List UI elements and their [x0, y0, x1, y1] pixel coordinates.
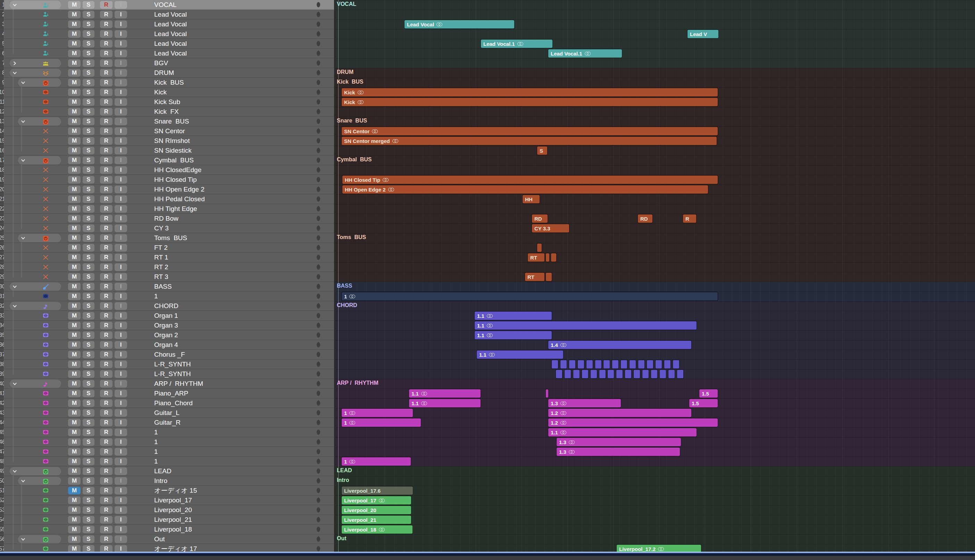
- track-power-dot[interactable]: [317, 342, 320, 347]
- mute-button[interactable]: M: [68, 225, 80, 232]
- mute-button[interactable]: M: [68, 497, 80, 504]
- record-button[interactable]: R: [100, 360, 112, 368]
- solo-button[interactable]: S: [83, 487, 94, 495]
- record-button[interactable]: R: [100, 1, 112, 9]
- audio-region[interactable]: 1.2: [548, 408, 692, 417]
- solo-button[interactable]: S: [83, 273, 94, 281]
- input-button[interactable]: I: [115, 390, 127, 397]
- track-row[interactable]: 54MSRILiverpool_21: [0, 515, 334, 525]
- track-power-dot[interactable]: [317, 138, 320, 143]
- solo-button[interactable]: S: [83, 263, 94, 271]
- mute-button[interactable]: M: [68, 448, 80, 455]
- solo-button[interactable]: S: [83, 88, 94, 96]
- mute-button[interactable]: M: [68, 370, 80, 378]
- record-button[interactable]: R: [100, 516, 112, 523]
- mute-button[interactable]: M: [68, 341, 80, 349]
- group-disclosure-pill[interactable]: [18, 156, 61, 165]
- audio-region[interactable]: 1.1: [409, 389, 481, 398]
- record-button[interactable]: R: [100, 166, 112, 174]
- mute-button[interactable]: M: [68, 98, 80, 106]
- audio-region[interactable]: 1: [341, 418, 421, 427]
- group-disclosure-pill[interactable]: [10, 1, 61, 9]
- track-row[interactable]: 43MSRIGuitar_L: [0, 408, 334, 418]
- track-row[interactable]: 4MSRILead Vocal: [0, 29, 334, 39]
- record-button[interactable]: R: [100, 380, 112, 388]
- record-button[interactable]: R: [100, 487, 112, 495]
- solo-button[interactable]: S: [83, 292, 94, 300]
- chevron-down-icon[interactable]: [21, 236, 25, 240]
- track-row[interactable]: 12MSRIKick FX: [0, 107, 334, 117]
- solo-button[interactable]: S: [83, 215, 94, 222]
- audio-region[interactable]: 1.3: [548, 399, 621, 408]
- track-power-dot[interactable]: [317, 527, 320, 532]
- track-row[interactable]: 26MSRIFT 2: [0, 243, 334, 253]
- mute-button[interactable]: M: [68, 302, 80, 310]
- record-button[interactable]: R: [100, 477, 112, 485]
- solo-button[interactable]: S: [83, 322, 94, 329]
- solo-button[interactable]: S: [83, 428, 94, 436]
- track-power-dot[interactable]: [317, 128, 320, 133]
- record-button[interactable]: R: [100, 497, 112, 504]
- input-button[interactable]: I: [115, 157, 127, 164]
- input-button[interactable]: I: [115, 205, 127, 213]
- record-button[interactable]: R: [100, 176, 112, 183]
- track-row[interactable]: 21MSRIHH Pedal Closed: [0, 194, 334, 204]
- input-button[interactable]: I: [115, 458, 127, 465]
- input-button[interactable]: I: [115, 69, 127, 77]
- track-power-dot[interactable]: [317, 352, 320, 357]
- track-row[interactable]: 11MSRIKick Sub: [0, 97, 334, 107]
- track-row[interactable]: 53MSRILiverpool_20: [0, 505, 334, 515]
- solo-button[interactable]: S: [83, 535, 94, 543]
- mute-button[interactable]: M: [68, 157, 80, 164]
- record-button[interactable]: R: [100, 263, 112, 271]
- input-button[interactable]: I: [115, 535, 127, 543]
- solo-button[interactable]: S: [83, 244, 94, 252]
- track-power-dot[interactable]: [317, 391, 320, 396]
- input-button[interactable]: I: [115, 283, 127, 290]
- audio-region[interactable]: CY 3.3: [532, 224, 569, 233]
- horizontal-scrollbar[interactable]: [0, 552, 975, 556]
- audio-region[interactable]: 1.1: [474, 331, 552, 340]
- chevron-down-icon[interactable]: [21, 537, 25, 542]
- audio-region[interactable]: R: [682, 214, 697, 223]
- record-button[interactable]: R: [100, 69, 112, 77]
- solo-button[interactable]: S: [83, 399, 94, 407]
- mute-button[interactable]: M: [68, 467, 80, 475]
- chevron-down-icon[interactable]: [12, 469, 17, 473]
- track-power-dot[interactable]: [317, 255, 320, 260]
- group-disclosure-pill[interactable]: [10, 59, 61, 67]
- input-button[interactable]: I: [115, 50, 127, 57]
- input-button[interactable]: I: [115, 30, 127, 38]
- chevron-down-icon[interactable]: [21, 479, 25, 483]
- track-row[interactable]: 51MSRIオーディオ 15: [0, 486, 334, 495]
- solo-button[interactable]: S: [83, 69, 94, 77]
- input-button[interactable]: I: [115, 59, 127, 67]
- group-disclosure-pill[interactable]: [18, 78, 61, 87]
- record-button[interactable]: R: [100, 322, 112, 329]
- input-button[interactable]: I: [115, 147, 127, 154]
- record-button[interactable]: R: [100, 458, 112, 465]
- input-button[interactable]: I: [115, 302, 127, 310]
- track-power-dot[interactable]: [317, 167, 320, 172]
- solo-button[interactable]: S: [83, 195, 94, 203]
- audio-region[interactable]: [545, 389, 549, 398]
- record-button[interactable]: R: [100, 390, 112, 397]
- track-power-dot[interactable]: [317, 323, 320, 328]
- track-power-dot[interactable]: [317, 478, 320, 483]
- track-power-dot[interactable]: [317, 546, 320, 551]
- solo-button[interactable]: S: [83, 59, 94, 67]
- solo-button[interactable]: S: [83, 40, 94, 48]
- track-row[interactable]: 41MSRIPiano_ARP: [0, 388, 334, 398]
- track-power-dot[interactable]: [317, 187, 320, 192]
- group-disclosure-pill[interactable]: [18, 117, 61, 126]
- record-button[interactable]: R: [100, 526, 112, 533]
- record-button[interactable]: R: [100, 292, 112, 300]
- audio-region[interactable]: 1.1: [477, 350, 564, 359]
- track-power-dot[interactable]: [317, 430, 320, 435]
- mute-button[interactable]: M: [68, 244, 80, 252]
- track-power-dot[interactable]: [317, 303, 320, 308]
- record-button[interactable]: R: [100, 50, 112, 57]
- audio-region[interactable]: 1.1: [409, 399, 481, 408]
- record-button[interactable]: R: [100, 40, 112, 48]
- input-button[interactable]: I: [115, 526, 127, 533]
